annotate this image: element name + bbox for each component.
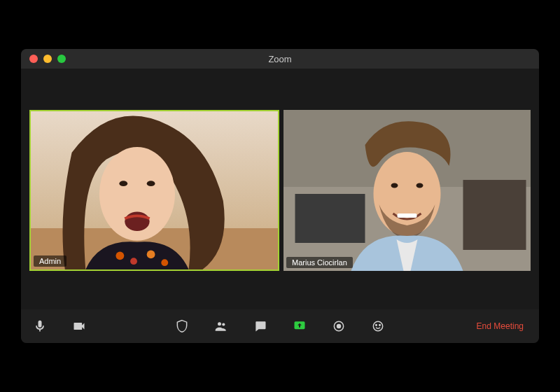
- shield-icon[interactable]: [174, 318, 190, 334]
- svg-point-8: [147, 250, 155, 258]
- svg-point-18: [218, 322, 221, 326]
- svg-point-19: [222, 323, 225, 326]
- svg-point-22: [337, 325, 341, 328]
- svg-point-5: [147, 181, 155, 186]
- svg-point-6: [115, 251, 124, 260]
- participant-name-tag: Marius Ciocirlan: [286, 257, 353, 268]
- chat-icon[interactable]: [253, 318, 268, 334]
- video-grid: Admin: [29, 110, 531, 271]
- participants-icon[interactable]: [214, 318, 229, 334]
- svg-rect-15: [398, 214, 417, 218]
- titlebar: Zoom: [21, 49, 539, 69]
- minimize-window-button[interactable]: [43, 55, 52, 63]
- participant-video: [284, 110, 531, 271]
- participant-tile-marius[interactable]: Marius Ciocirlan: [284, 110, 531, 271]
- window-title: Zoom: [21, 54, 539, 64]
- video-camera-icon[interactable]: [71, 318, 87, 334]
- svg-point-4: [119, 181, 127, 186]
- video-area: Admin: [21, 69, 539, 309]
- participant-video: [31, 111, 278, 270]
- svg-point-7: [130, 258, 137, 265]
- svg-point-17: [416, 183, 424, 188]
- svg-point-25: [379, 325, 381, 326]
- svg-point-9: [161, 259, 168, 266]
- svg-point-23: [373, 321, 382, 330]
- window-controls: [29, 55, 66, 63]
- end-meeting-button[interactable]: End Meeting: [472, 318, 528, 334]
- svg-point-24: [376, 325, 377, 326]
- zoom-window: Zoom: [21, 49, 539, 343]
- record-icon[interactable]: [331, 318, 346, 334]
- participant-tile-admin[interactable]: Admin: [29, 110, 279, 271]
- reactions-icon[interactable]: [370, 318, 386, 334]
- svg-point-14: [374, 152, 441, 236]
- participant-name-tag: Admin: [34, 255, 66, 267]
- svg-rect-13: [463, 180, 526, 250]
- microphone-icon[interactable]: [32, 318, 48, 334]
- svg-rect-12: [295, 194, 365, 243]
- maximize-window-button[interactable]: [57, 55, 66, 63]
- close-window-button[interactable]: [29, 55, 38, 63]
- svg-point-16: [391, 183, 398, 188]
- meeting-toolbar: End Meeting: [21, 309, 539, 343]
- share-screen-icon[interactable]: [292, 318, 307, 334]
